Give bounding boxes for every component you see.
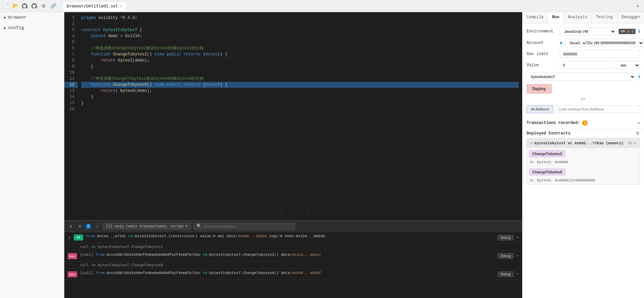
config-arrow-icon: ▶ [4, 26, 6, 30]
link-icon[interactable]: 🔗 [50, 3, 56, 9]
change-tobytes2-section: ChangeTobytes2 0: bytes2: 0x0000 [527, 148, 640, 166]
expand-icon-1[interactable]: ▾ [516, 235, 519, 240]
ln-14: 14 [64, 94, 78, 100]
at-address-input[interactable] [555, 105, 640, 113]
copy-icon[interactable]: ⧉ [41, 3, 47, 9]
account-row: Account ● 0xca3...a733c (99.999999999999… [527, 39, 640, 47]
console-log: ✓ vm from:0xca3...a733c to:bytesItobytes… [64, 232, 522, 298]
browser-arrow-icon: ▶ [4, 16, 6, 20]
line-numbers: 1 2 3 4 5 6 7 8 9 10 11 12 13 14 15 16 [64, 12, 78, 115]
changetobytes8-button[interactable]: ChangeTobytes8 [529, 168, 565, 176]
ln-15: 15 [64, 100, 78, 106]
sidebar-item-config[interactable]: ▶ config [0, 23, 64, 33]
console-checkbox-icon[interactable]: ☐ [94, 223, 100, 229]
environment-select[interactable]: JavaScript VM [560, 27, 616, 35]
environment-info-icon[interactable]: ℹ [638, 29, 640, 34]
gas-limit-input[interactable] [560, 50, 640, 58]
console-filter[interactable]: [2] only remix transactions, script ▾ [103, 223, 191, 230]
ln-1: 1 [64, 15, 78, 21]
console-clear-icon[interactable]: ⊘ [77, 223, 83, 229]
search-input[interactable] [204, 224, 292, 228]
ln-6: 6 [64, 45, 78, 51]
contract-info-icon[interactable]: ℹ [638, 74, 640, 79]
deploy-button[interactable]: Deploy [527, 84, 552, 94]
contract-select[interactable]: bytesItobytesT [527, 73, 636, 81]
sidebar-label-config: config [8, 25, 24, 30]
expand-icon-3[interactable]: ▾ [516, 272, 519, 277]
account-circle-icon: ● [560, 40, 562, 46]
debug-button-3[interactable]: Debug [497, 271, 513, 277]
code-line-15: } [81, 100, 519, 106]
folder-icon[interactable]: 📂 [12, 3, 18, 9]
ln-9: 9 [64, 64, 78, 70]
github-icon[interactable] [22, 3, 28, 9]
right-tabs: Compile Run Analysis Testing Debugger Se… [523, 12, 644, 23]
value-unit-select[interactable]: wei [616, 61, 640, 69]
right-content: Environment JavaScript VM VM (-) ℹ Accou… [523, 23, 644, 117]
transactions-label: Transactions recorded: [527, 121, 580, 125]
trash-icon[interactable]: 🗑 [636, 131, 640, 136]
tab-expand-icon[interactable]: » [635, 3, 641, 9]
log-text-3: [call] from:0xca35b7d915458ef540ade6068d… [80, 271, 495, 275]
ln-10: 10 [64, 70, 78, 76]
editor-main[interactable]: 1 2 3 4 5 6 7 8 9 10 11 12 13 14 15 16 [64, 12, 522, 220]
debug-button-2[interactable]: Debug [497, 253, 513, 259]
toolbar-icons: 📄 📂 ⧉ 🔗 [3, 3, 56, 9]
tab-close-icon[interactable]: ✕ [120, 4, 123, 8]
code-lines: 1 2 3 4 5 6 7 8 9 10 11 12 13 14 15 16 [64, 12, 522, 115]
code-line-5 [81, 39, 519, 45]
tab-analysis[interactable]: Analysis [564, 12, 592, 23]
code-line-8: return bytes2(demo); [81, 57, 519, 64]
changetobytes2-result: 0: bytes2: 0x0000 [527, 159, 640, 166]
contract-close-icon[interactable]: ✕ [634, 140, 636, 146]
console-chevron-icon[interactable]: ❮ [68, 223, 74, 229]
change-tobytes8-section: ChangeTobytes8 0: bytes8: 0x000012340000… [527, 166, 640, 184]
code-line-13: return| bytes8(demo); [81, 88, 519, 94]
transactions-chevron-icon[interactable]: ▾ [638, 121, 640, 126]
log-row-3: CALL [call] from:0xca35b7d915458ef540ade… [64, 269, 522, 279]
tab-run[interactable]: Run [548, 12, 564, 23]
contract-copy-icon[interactable]: ⧉ [628, 141, 631, 146]
at-address-button[interactable]: At Address [527, 105, 553, 113]
vm-badge-label: VM (-) [619, 29, 636, 34]
code-line-1: pragma solidity ^0.4.0; [81, 15, 519, 21]
watermark: remix [273, 203, 313, 217]
tab-filename: browser/Untitled1.sol [67, 4, 118, 8]
debug-button-1[interactable]: Debug [497, 235, 513, 241]
gas-limit-label: Gas limit [527, 52, 557, 56]
ln-16: 16 [64, 106, 78, 112]
github2-icon[interactable] [31, 3, 37, 9]
tab-compile[interactable]: Compile [523, 12, 548, 23]
account-select[interactable]: 0xca3...a733c (99.9999999999998050€ [565, 39, 644, 47]
code-line-3: contract bytesItobytesT { [81, 27, 519, 33]
code-line-10 [81, 70, 519, 76]
code-line-12: function ChangeTobytes8() view public re… [81, 82, 519, 88]
at-address-row: At Address [527, 105, 640, 113]
environment-row: Environment JavaScript VM VM (-) ℹ [527, 27, 640, 35]
ln-13: 13 [64, 88, 78, 94]
file-tab[interactable]: browser/Untitled1.sol ✕ [62, 1, 127, 11]
value-input[interactable] [560, 61, 614, 69]
log-entry-info-2: call to bytesItobytesT.ChangeTobytes8 [64, 262, 522, 269]
contract-select-row: bytesItobytesT ℹ [527, 73, 640, 81]
ln-5: 5 [64, 39, 78, 45]
file-new-icon[interactable]: 📄 [3, 3, 9, 9]
code-line-16 [81, 106, 519, 112]
gas-limit-row: Gas limit [527, 50, 640, 58]
log-row-1: ✓ vm from:0xca3...a733c to:bytesItobytes… [64, 232, 522, 243]
sidebar-item-browser[interactable]: ▶ browser [0, 12, 64, 23]
tab-testing[interactable]: Testing [592, 12, 617, 23]
expand-icon-2[interactable]: ▾ [516, 253, 519, 258]
top-toolbar: 📄 📂 ⧉ 🔗 browser/Untitled1.sol ✕ » [0, 0, 644, 12]
ln-11: 11 [64, 76, 78, 82]
console-search[interactable]: 🔍 [194, 223, 295, 230]
ln-12: 12 [64, 82, 78, 88]
changetobytes2-button[interactable]: ChangeTobytes2 [529, 150, 565, 157]
tab-debugger[interactable]: Debugger [617, 12, 644, 23]
filter-label: [2] only remix transactions, script [106, 224, 184, 228]
code-line-7: function ChangeTobytes2() view public re… [81, 51, 519, 57]
contract-expand-icon[interactable]: ▾ [530, 141, 532, 145]
code-content[interactable]: pragma solidity ^0.4.0; contract bytesIt… [78, 12, 522, 115]
main-layout: ▶ browser ▶ config 1 2 3 4 5 6 7 8 9 [0, 12, 644, 298]
deploy-row: Deploy [527, 84, 640, 94]
